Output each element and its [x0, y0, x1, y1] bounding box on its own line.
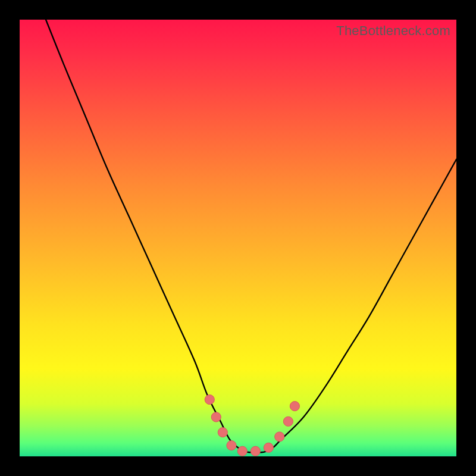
curve-marker	[227, 441, 236, 450]
chart-frame: TheBottleneck.com	[0, 0, 476, 476]
curve-marker	[211, 412, 221, 422]
curve-marker	[205, 395, 214, 405]
curve-marker	[275, 432, 284, 441]
curve-marker	[237, 446, 247, 456]
curve-layer	[20, 20, 456, 456]
plot-area: TheBottleneck.com	[20, 20, 456, 456]
curve-marker	[283, 416, 293, 426]
curve-marker	[250, 446, 260, 456]
curve-marker	[218, 428, 227, 437]
curve-marker	[290, 402, 299, 411]
curve-markers	[205, 395, 299, 456]
curve-marker	[264, 443, 273, 452]
bottleneck-curve	[46, 20, 456, 452]
